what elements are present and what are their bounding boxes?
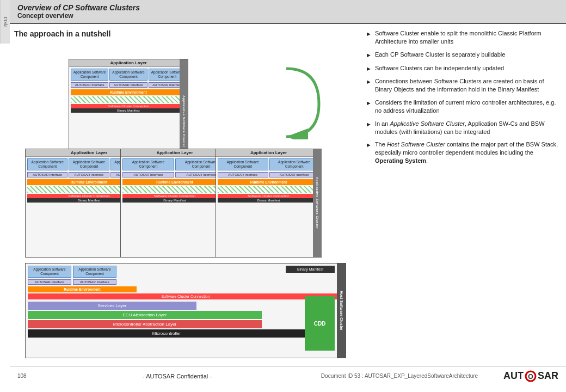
ml-autosar-2: AUTOSAR Interface bbox=[69, 172, 109, 178]
autosar-iface-2: AUTOSAR Interface bbox=[109, 82, 147, 88]
host-autosar-row: AUTOSAR Interface AUTOSAR Interface bbox=[28, 279, 343, 285]
mr-autosar-1: AUTOSAR Interface bbox=[218, 172, 268, 178]
right-panel: ► Software Cluster enable to split the m… bbox=[358, 24, 566, 366]
cluster-host: Application Software Component Applicati… bbox=[25, 263, 346, 358]
green-arrow-svg bbox=[281, 63, 322, 139]
cdd-box: CDD bbox=[305, 296, 335, 351]
page-id-strip: 7|k11 bbox=[0, 0, 10, 44]
host-autosar-2: AUTOSAR Interface bbox=[73, 279, 116, 285]
layers-group: Services Layer ECU Abstraction Layer Mic… bbox=[28, 301, 305, 339]
comp-row-top: Application Software Component Applicati… bbox=[69, 67, 188, 81]
comp-row-mr: Application Software Component Applicati… bbox=[216, 157, 321, 170]
sw-cluster-conn-top: Software Cluster Connection bbox=[71, 104, 186, 108]
sw-cluster-conn-mc: Software Cluster Connection bbox=[122, 194, 227, 198]
mr-autosar-2: AUTOSAR Interface bbox=[269, 172, 320, 178]
mc-autosar-1: AUTOSAR Interface bbox=[122, 172, 174, 178]
autosar-o-icon: O bbox=[525, 370, 537, 382]
bullet-text-1: Software Cluster enable to split the mon… bbox=[375, 29, 558, 46]
bullet-5: ► Considers the limitation of current mi… bbox=[366, 99, 558, 115]
hatched-mc bbox=[122, 186, 227, 193]
rte-bar-top: Runtime Environment bbox=[71, 89, 186, 95]
microcontroller-bar: Microcontroller bbox=[28, 329, 305, 338]
bullet-text-2: Each CP Software Cluster is separately b… bbox=[375, 51, 558, 59]
bullet-arrow-4: ► bbox=[366, 78, 372, 94]
bullet-text-5: Considers the limitation of current micr… bbox=[375, 99, 558, 115]
comp-row-mc: Application Software Component Applicati… bbox=[121, 157, 229, 170]
autosar-row-mc: AUTOSAR Interface AUTOSAR Interface bbox=[121, 170, 229, 178]
bullet-text-7: The Host Software Cluster contains the m… bbox=[375, 140, 558, 165]
cluster-mid-center: Application Layer Application Software C… bbox=[120, 149, 229, 258]
rte-bar-host: Runtime Environment bbox=[28, 286, 137, 292]
bullet-7: ► The Host Software Cluster contains the… bbox=[366, 140, 558, 165]
ecu-layer: ECU Abstraction Layer bbox=[28, 311, 262, 319]
binary-manifest-mc: Binary Manifest bbox=[122, 198, 227, 203]
autosar-text-before: AUT bbox=[503, 370, 524, 382]
header-subtitle: Concept overview bbox=[17, 12, 558, 20]
autosar-row-mr: AUTOSAR Interface AUTOSAR Interface bbox=[216, 170, 321, 178]
sw-cluster-conn-host: Software Cluster Connection bbox=[28, 293, 343, 299]
services-layer: Services Layer bbox=[28, 302, 196, 310]
bullet-arrow-2: ► bbox=[366, 51, 372, 59]
rte-bar-mc: Runtime Environment bbox=[122, 179, 227, 185]
header: Overview of CP Software Clusters Concept… bbox=[10, 0, 566, 24]
mr-comp-2: Application Software Component bbox=[269, 158, 320, 170]
app-layer-header-mr: Application Layer bbox=[216, 149, 321, 157]
bullet-text-3: Software Clusters can be independently u… bbox=[375, 64, 558, 73]
sw-cluster-conn-mr: Software Cluster Connection bbox=[218, 194, 319, 198]
mr-comp-1: Application Software Component bbox=[218, 158, 268, 170]
ml-autosar-1: AUTOSAR Interface bbox=[27, 172, 67, 178]
autosar-logo: AUT O SAR bbox=[503, 370, 558, 382]
bullet-arrow-5: ► bbox=[366, 99, 372, 115]
hatched-mr bbox=[218, 186, 319, 193]
host-cluster-label: Host Software Cluster bbox=[337, 264, 346, 358]
ml-comp-1: Application Software Component bbox=[27, 158, 67, 170]
bullet-2: ► Each CP Software Cluster is separately… bbox=[366, 51, 558, 59]
hatched-top bbox=[71, 96, 186, 103]
footer-confidential: - AUTOSAR Confidential - bbox=[50, 373, 304, 379]
diagram-panel: The approach in a nutshell Application L… bbox=[10, 24, 358, 366]
rte-bar-mr: Runtime Environment bbox=[218, 179, 319, 185]
ml-comp-2: Application Software Component bbox=[69, 158, 109, 170]
bullet-text-6: In an Applicative Software Cluster, Appl… bbox=[375, 120, 558, 136]
binary-manifest-top: Binary Manifest bbox=[71, 108, 186, 113]
binary-manifest-mr: Binary Manifest bbox=[218, 198, 319, 203]
host-comp-2: Application Software Component bbox=[73, 266, 116, 278]
bullet-arrow-1: ► bbox=[366, 30, 372, 46]
app-layer-header-mc: Application Layer bbox=[121, 149, 229, 157]
host-autosar-1: AUTOSAR Interface bbox=[28, 279, 71, 285]
bullet-text-4: Connections between Software Clusters ar… bbox=[375, 77, 558, 94]
autosar-iface-1: AUTOSAR Interface bbox=[71, 82, 108, 88]
bullet-4: ► Connections between Software Clusters … bbox=[366, 77, 558, 94]
app-sw-comp-1: Application Software Component bbox=[71, 69, 108, 81]
bullet-1: ► Software Cluster enable to split the m… bbox=[366, 29, 558, 46]
bullet-3: ► Software Clusters can be independently… bbox=[366, 64, 558, 73]
header-title: Overview of CP Software Clusters bbox=[17, 3, 558, 12]
autosar-text-after: SAR bbox=[538, 370, 558, 382]
footer-right-section: Document ID 53 : AUTOSAR_EXP_LayeredSoft… bbox=[304, 370, 558, 382]
footer: 108 - AUTOSAR Confidential - Document ID… bbox=[10, 366, 566, 385]
binary-manifest-host: Binary Manifest bbox=[286, 266, 335, 273]
bullet-arrow-7: ► bbox=[366, 141, 372, 165]
mc-comp-1: Application Software Component bbox=[122, 158, 174, 170]
diagram-container: Application Layer Application Software C… bbox=[14, 42, 352, 309]
cluster-mid-right: Application Layer Application Software C… bbox=[216, 149, 322, 258]
host-inner: Application Software Component Applicati… bbox=[26, 264, 346, 349]
host-comp-1: Application Software Component bbox=[28, 266, 71, 278]
footer-document-id: Document ID 53 : AUTOSAR_EXP_LayeredSoft… bbox=[304, 373, 495, 379]
footer-page-number: 108 bbox=[17, 373, 50, 379]
mcal-layer: Microcontroller Abstraction Layer bbox=[28, 320, 262, 328]
svg-text:O: O bbox=[528, 372, 533, 380]
bullet-6: ► In an Applicative Software Cluster, Ap… bbox=[366, 120, 558, 136]
page-id-text: 7|k11 bbox=[3, 16, 8, 27]
autosar-row-top: AUTOSAR Interface AUTOSAR Interface AUTO… bbox=[69, 81, 188, 88]
bullet-arrow-6: ► bbox=[366, 120, 372, 136]
app-layer-header-top: Application Layer bbox=[69, 59, 188, 67]
cluster-label-mr: Applicative Software Cluster bbox=[313, 149, 322, 257]
main-content: The approach in a nutshell Application L… bbox=[10, 24, 566, 366]
bullet-arrow-3: ► bbox=[366, 65, 372, 73]
app-sw-comp-2: Application Software Component bbox=[109, 69, 147, 81]
section-title: The approach in a nutshell bbox=[14, 29, 354, 38]
